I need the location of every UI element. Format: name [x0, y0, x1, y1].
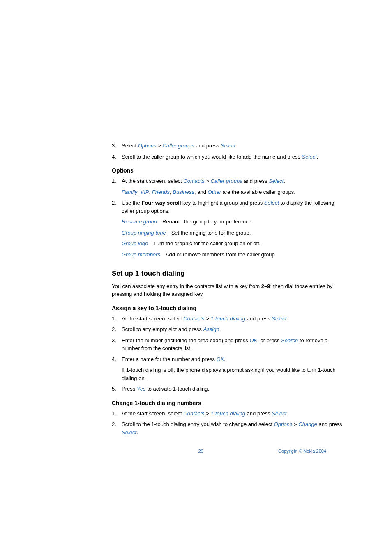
rename-group-option: Rename group—Rename the group to your pr… [122, 218, 343, 226]
text: At the start screen, select [122, 315, 183, 322]
text: > [205, 410, 211, 417]
list-body: At the start screen, select Contacts > 1… [122, 315, 343, 323]
list-number: 3. [112, 336, 122, 352]
copyright-text: Copyright © Nokia 2004 [278, 448, 326, 455]
list-number: 2. [112, 325, 122, 334]
text: —Turn the graphic for the caller group o… [148, 240, 261, 246]
select-link[interactable]: Select [272, 315, 286, 322]
other-link[interactable]: Other [208, 189, 221, 195]
text: Enter the number (including the area cod… [122, 337, 249, 343]
text: . [286, 315, 288, 322]
list-number: 2. [112, 199, 122, 215]
assign-heading: Assign a key to 1-touch dialing [112, 304, 343, 313]
footer: 26 Copyright © Nokia 2004 [0, 448, 392, 455]
ok-link[interactable]: OK [249, 337, 257, 343]
text: and press [245, 410, 272, 417]
change-link[interactable]: Change [298, 421, 317, 427]
step-4: 4. Scroll to the caller group to which y… [112, 153, 343, 161]
select-link[interactable]: Select [264, 200, 279, 206]
list-number: 3. [112, 142, 122, 150]
list-body: Enter a name for the number and press OK… [122, 355, 343, 364]
assign-step-3: 3. Enter the number (including the area … [112, 336, 343, 352]
contacts-link[interactable]: Contacts [183, 410, 204, 417]
setup-intro: You can associate any entry in the conta… [112, 282, 343, 298]
page-number: 26 [123, 448, 278, 455]
search-link[interactable]: Search [281, 337, 298, 343]
family-link[interactable]: Family [122, 189, 137, 195]
assign-step-4-sub: If 1-touch dialing is off, the phone dis… [122, 366, 343, 382]
options-link[interactable]: Options [274, 421, 293, 427]
text: > [293, 421, 299, 427]
text: > [205, 315, 211, 322]
business-link[interactable]: Business [173, 189, 194, 195]
group-ringing-tone-link[interactable]: Group ringing tone [122, 230, 166, 236]
contacts-link[interactable]: Contacts [183, 178, 204, 184]
text: Select [122, 143, 138, 149]
options-step-1-sub: Family, VIP, Friends, Business, and Othe… [122, 188, 343, 196]
group-members-link[interactable]: Group members [122, 251, 160, 258]
text: Enter a name for the number and press [122, 356, 217, 362]
select-link[interactable]: Select [122, 429, 136, 435]
list-body: Enter the number (including the area cod… [122, 336, 343, 352]
text: and press [194, 143, 221, 149]
one-touch-dialing-link[interactable]: 1-touch dialing [210, 315, 245, 322]
options-heading: Options [112, 166, 343, 175]
list-body: Scroll to the caller group to which you … [122, 153, 343, 161]
list-number: 1. [112, 410, 122, 418]
text: . [317, 154, 318, 160]
text: At the start screen, select [122, 410, 183, 417]
list-body: Press Yes to activate 1-touch dialing. [122, 385, 343, 393]
text: , and [194, 189, 208, 195]
text: . [224, 356, 226, 362]
list-body: At the start screen, select Contacts > C… [122, 177, 343, 185]
text: > [205, 178, 211, 184]
list-number: 2. [112, 420, 122, 436]
vip-link[interactable]: VIP [141, 189, 149, 195]
text: Scroll to the 1-touch dialing entry you … [122, 421, 274, 427]
text: , [149, 189, 152, 195]
contacts-link[interactable]: Contacts [183, 315, 204, 322]
group-logo-option: Group logo—Turn the graphic for the call… [122, 240, 343, 248]
select-link[interactable]: Select [302, 154, 317, 160]
assign-step-1: 1. At the start screen, select Contacts … [112, 315, 343, 323]
text: Scroll to any empty slot and press [122, 326, 203, 332]
assign-step-4: 4. Enter a name for the number and press… [112, 355, 343, 364]
list-number: 1. [112, 177, 122, 185]
text: and press [317, 421, 342, 427]
change-step-2: 2. Scroll to the 1-touch dialing entry y… [112, 420, 343, 436]
caller-groups-link[interactable]: Caller groups [210, 178, 242, 184]
text: , [137, 189, 140, 195]
select-link[interactable]: Select [272, 410, 286, 417]
text: Press [122, 386, 137, 392]
list-number: 5. [112, 385, 122, 393]
select-link[interactable]: Select [221, 143, 235, 149]
text: . [284, 178, 285, 184]
change-step-1: 1. At the start screen, select Contacts … [112, 410, 343, 418]
yes-link[interactable]: Yes [137, 386, 146, 392]
list-number: 4. [112, 153, 122, 161]
select-link[interactable]: Select [269, 178, 284, 184]
one-touch-dialing-link[interactable]: 1-touch dialing [210, 410, 245, 417]
text: . [235, 143, 237, 149]
text: are the available caller groups. [221, 189, 295, 195]
text: —Set the ringing tone for the group. [166, 230, 251, 236]
change-heading: Change 1-touch dialing numbers [112, 399, 343, 408]
list-body: Scroll to the 1-touch dialing entry you … [122, 420, 343, 436]
group-logo-link[interactable]: Group logo [122, 240, 148, 246]
friends-link[interactable]: Friends [152, 189, 170, 195]
text: . [136, 429, 138, 435]
options-link[interactable]: Options [138, 143, 157, 149]
text: > [157, 143, 163, 149]
step-3: 3. Select Options > Caller groups and pr… [112, 142, 343, 150]
text: . [286, 410, 288, 417]
assign-link[interactable]: Assign [203, 326, 219, 332]
text: key to highlight a group and press [181, 200, 264, 206]
caller-groups-link[interactable]: Caller groups [162, 143, 194, 149]
text: and press [242, 178, 269, 184]
rename-group-link[interactable]: Rename group [122, 219, 157, 225]
options-step-2: 2. Use the Four-way scroll key to highli… [112, 199, 343, 215]
ok-link[interactable]: OK [217, 356, 224, 362]
list-body: At the start screen, select Contacts > 1… [122, 410, 343, 418]
list-body: Select Options > Caller groups and press… [122, 142, 343, 150]
text: Scroll to the caller group to which you … [122, 154, 302, 160]
